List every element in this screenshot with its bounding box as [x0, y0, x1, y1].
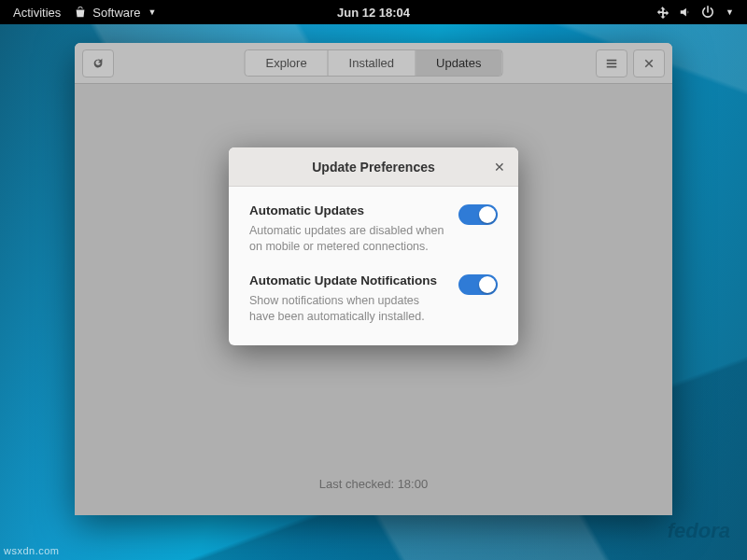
network-icon[interactable]: [656, 6, 669, 19]
app-menu-label: Software: [92, 6, 140, 20]
tab-updates[interactable]: Updates: [416, 50, 501, 76]
volume-icon[interactable]: [679, 6, 692, 19]
hamburger-icon: [605, 57, 618, 70]
dialog-title: Update Preferences: [312, 160, 435, 175]
tab-explore[interactable]: Explore: [246, 50, 329, 76]
refresh-icon: [92, 57, 105, 70]
pref-title: Automatic Updates: [249, 203, 445, 217]
pref-automatic-update-notifications: Automatic Update Notifications Show noti…: [249, 273, 498, 325]
pref-title: Automatic Update Notifications: [249, 273, 445, 287]
distro-logo: fedora: [668, 519, 730, 543]
automatic-updates-switch[interactable]: [458, 204, 498, 225]
hamburger-menu-button[interactable]: [596, 49, 627, 77]
headerbar: Explore Installed Updates: [75, 43, 672, 84]
power-icon[interactable]: [701, 6, 714, 19]
last-checked-label: Last checked: 18:00: [319, 477, 428, 491]
clock[interactable]: Jun 12 18:04: [337, 6, 410, 20]
activities-button[interactable]: Activities: [13, 6, 61, 20]
dialog-close-button[interactable]: ✕: [490, 158, 509, 176]
chevron-down-icon[interactable]: ▼: [726, 7, 734, 17]
refresh-button[interactable]: [82, 49, 114, 77]
tab-installed[interactable]: Installed: [329, 50, 416, 76]
pref-description: Automatic updates are disabled when on m…: [249, 223, 445, 255]
dialog-header: Update Preferences ✕: [229, 147, 518, 187]
update-preferences-dialog: Update Preferences ✕ Automatic Updates A…: [229, 147, 518, 345]
shopping-bag-icon: [74, 6, 87, 19]
automatic-update-notifications-switch[interactable]: [458, 274, 498, 295]
gnome-topbar: Activities Software ▼ Jun 12 18:04 ▼: [0, 0, 747, 24]
chevron-down-icon: ▼: [148, 7, 157, 17]
window-close-button[interactable]: [633, 49, 665, 77]
close-icon: [643, 58, 655, 69]
pref-description: Show notifications when updates have bee…: [249, 293, 445, 325]
app-menu[interactable]: Software ▼: [74, 6, 156, 20]
watermark-text: wsxdn.com: [4, 545, 60, 556]
close-icon: ✕: [494, 160, 505, 175]
dialog-body: Automatic Updates Automatic updates are …: [229, 187, 518, 345]
view-switcher: Explore Installed Updates: [245, 49, 503, 77]
pref-automatic-updates: Automatic Updates Automatic updates are …: [249, 203, 498, 255]
